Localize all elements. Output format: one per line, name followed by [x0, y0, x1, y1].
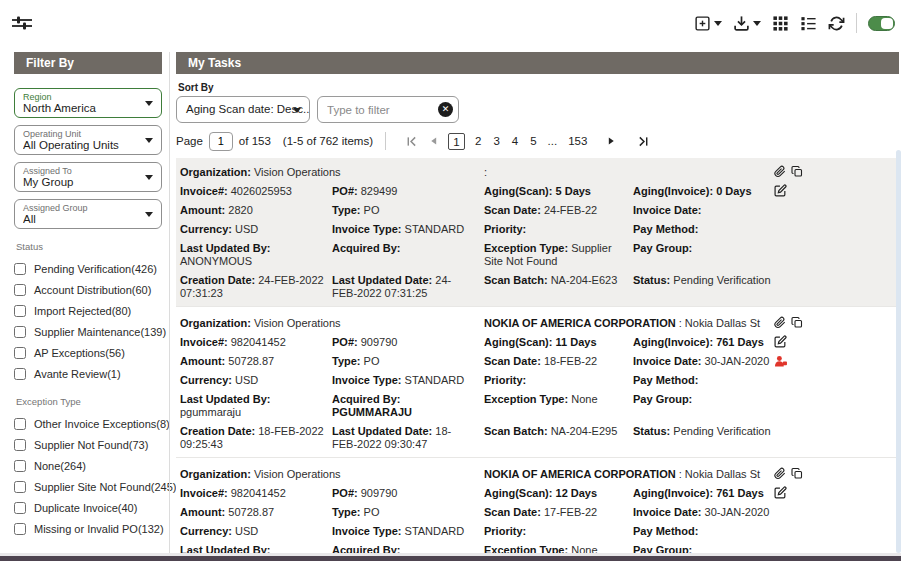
field-last-updated-date: Last Updated Date: 18-FEB-2022 09:30:47	[332, 425, 484, 451]
last-page-button[interactable]	[632, 136, 655, 147]
checkbox-ap-exceptions-56[interactable]: AP Exceptions(56)	[14, 342, 162, 363]
field-status: Status: Pending Verification	[633, 274, 785, 300]
chevron-down-icon	[145, 175, 153, 180]
task-card[interactable]: Organization: Vision OperationsNOKIA OF …	[176, 309, 899, 458]
copy-button[interactable]	[791, 467, 803, 480]
refresh-button[interactable]	[828, 15, 845, 32]
checkbox-label: Missing or Invalid PO(132)	[34, 523, 164, 535]
attachment-button[interactable]	[774, 316, 786, 329]
page-numbers: 12345...153	[444, 133, 593, 150]
checkbox-pending-verification-426[interactable]: Pending Verification(426)	[14, 258, 162, 279]
field-scan-batch: Scan Batch: NA-204-E295	[484, 425, 633, 451]
field-status: Status: Pending Verification	[633, 425, 785, 451]
checkbox-box	[14, 481, 26, 493]
checkbox-missing-or-invalid-po-132[interactable]: Missing or Invalid PO(132)	[14, 518, 162, 539]
checkbox-import-rejected-80[interactable]: Import Rejected(80)	[14, 300, 162, 321]
download-button[interactable]	[733, 15, 761, 32]
checkbox-box	[14, 263, 26, 275]
checkbox-avante-review-1[interactable]: Avante Review(1)	[14, 363, 162, 384]
section-label-status: Status	[16, 241, 162, 252]
page-number-4[interactable]: 4	[506, 135, 524, 147]
clear-filter-icon[interactable]: ✕	[438, 102, 453, 117]
vertical-scrollbar[interactable]	[896, 150, 901, 553]
sort-row: Aging Scan date: Desc... ✕	[176, 96, 899, 123]
sidebar-body: RegionNorth AmericaOperating UnitAll Ope…	[14, 74, 162, 561]
checkbox-label: None(264)	[34, 460, 86, 472]
edit-icon	[774, 486, 787, 499]
card-field-row: Last Updated By: pgummarajuAcquired By: …	[180, 393, 899, 419]
checkbox-box	[14, 523, 26, 535]
checkbox-account-distribution-60[interactable]: Account Distribution(60)	[14, 279, 162, 300]
field-currency: Currency: USD	[180, 223, 332, 236]
toolbar-actions	[694, 13, 895, 33]
page-number-3[interactable]: 3	[487, 135, 505, 147]
field-invoice-type: Invoice Type: STANDARD	[332, 374, 484, 387]
pagination-divider	[385, 132, 386, 150]
field-creation-date: Creation Date: 18-FEB-2022 09:25:43	[180, 425, 332, 451]
toggle-knob	[881, 18, 893, 29]
items-range-label: (1-5 of 762 items)	[283, 135, 373, 147]
next-page-button[interactable]	[601, 136, 622, 146]
chevron-down-icon	[145, 212, 153, 217]
checkbox-none-264[interactable]: None(264)	[14, 455, 162, 476]
checkbox-box	[14, 326, 26, 338]
dropdown-assigned-group[interactable]: Assigned GroupAll	[14, 199, 162, 229]
view-toggle-switch[interactable]	[868, 16, 895, 31]
edit-button[interactable]	[774, 486, 787, 499]
copy-icon	[791, 316, 803, 329]
field-priority: Priority:	[484, 223, 633, 236]
first-page-icon	[406, 136, 417, 147]
field-currency: Currency: USD	[180, 525, 332, 538]
field-aging-scan: Aging(Scan): 5 Days	[484, 185, 633, 198]
chevron-down-icon	[145, 101, 153, 106]
checkbox-box	[14, 284, 26, 296]
first-page-button[interactable]	[400, 136, 423, 147]
edit-button[interactable]	[774, 184, 787, 197]
list-view-button[interactable]	[800, 15, 817, 32]
edit-button[interactable]	[774, 335, 787, 348]
page-ellipsis: ...	[543, 135, 563, 147]
supplier-field: :	[484, 166, 774, 179]
copy-button[interactable]	[791, 165, 803, 178]
sort-dropdown[interactable]: Aging Scan date: Desc...	[176, 96, 310, 123]
page-number-input[interactable]	[209, 132, 233, 151]
field-pay-method: Pay Method:	[633, 525, 785, 538]
checkbox-box	[14, 368, 26, 380]
field-type: Type: PO	[332, 355, 484, 368]
field-invoice-date: Invoice Date: 30-JAN-2020	[633, 506, 785, 519]
dropdown-value: All Operating Units	[23, 139, 141, 152]
grid-view-button[interactable]	[772, 15, 789, 32]
toolbar-divider	[856, 13, 857, 33]
chevron-down-icon	[753, 21, 761, 26]
acquired-user-icon	[774, 355, 788, 368]
page-number-5[interactable]: 5	[524, 135, 542, 147]
checkbox-box	[14, 305, 26, 317]
checkbox-supplier-not-found-73[interactable]: Supplier Not Found(73)	[14, 434, 162, 455]
dropdown-operating-unit[interactable]: Operating UnitAll Operating Units	[14, 125, 162, 155]
checkbox-other-invoice-exceptions-8[interactable]: Other Invoice Exceptions(8)	[14, 413, 162, 434]
checkbox-supplier-maintenance-139[interactable]: Supplier Maintenance(139)	[14, 321, 162, 342]
task-card[interactable]: Organization: Vision OperationsNOKIA OF …	[176, 460, 899, 561]
checkbox-label: Supplier Site Not Found(245)	[34, 481, 176, 493]
copy-button[interactable]	[791, 316, 803, 329]
task-card[interactable]: Organization: Vision Operations : Invoic…	[176, 158, 899, 307]
field-po: PO#: 909790	[332, 336, 484, 349]
filter-sliders-icon[interactable]	[10, 14, 34, 34]
sort-dropdown-value: Aging Scan date: Desc...	[186, 103, 310, 115]
page-number-1[interactable]: 1	[448, 133, 465, 150]
add-button[interactable]	[694, 15, 722, 32]
attachment-button[interactable]	[774, 165, 786, 178]
previous-page-icon	[429, 136, 438, 146]
field-exception-type: Exception Type: Supplier Site Not Found	[484, 242, 633, 268]
previous-page-button[interactable]	[423, 136, 444, 146]
dropdown-assigned-to[interactable]: Assigned ToMy Group	[14, 162, 162, 192]
page-number-153[interactable]: 153	[562, 135, 593, 147]
dropdown-region[interactable]: RegionNorth America	[14, 88, 162, 118]
field-last-updated-by: Last Updated By: ANONYMOUS	[180, 242, 332, 268]
checkbox-supplier-site-not-found-245[interactable]: Supplier Site Not Found(245)	[14, 476, 162, 497]
page-of-label: of 153	[239, 135, 271, 147]
checkbox-duplicate-invoice-40[interactable]: Duplicate Invoice(40)	[14, 497, 162, 518]
attachment-button[interactable]	[774, 467, 786, 480]
page-number-2[interactable]: 2	[469, 135, 487, 147]
field-type: Type: PO	[332, 204, 484, 217]
